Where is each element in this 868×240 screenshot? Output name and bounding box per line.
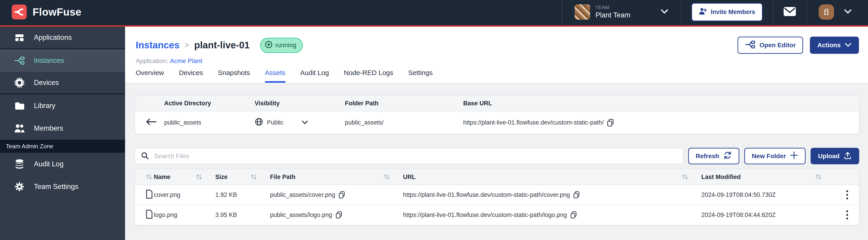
file-row[interactable]: cover.png 1.92 KB public_assets/cover.pn… [135, 185, 859, 205]
page-title: plant-live-01 [194, 40, 250, 50]
brand[interactable]: FlowFuse [12, 4, 82, 20]
sidebar-item-audit-log[interactable]: Audit Log [0, 153, 125, 175]
sidebar-item-devices[interactable]: Devices [0, 72, 125, 95]
plus-icon [790, 151, 798, 161]
sort-icon[interactable] [681, 173, 689, 180]
sort-icon[interactable] [146, 173, 153, 180]
base-url-value: https://plant-live-01.flowfuse.dev/custo… [463, 119, 603, 126]
col-url: URL [403, 174, 416, 180]
sidebar-item-members[interactable]: Members [0, 117, 125, 140]
sidebar-item-instances[interactable]: Instances [0, 49, 125, 72]
tab-audit-log[interactable]: Audit Log [300, 69, 329, 83]
notifications-button[interactable] [773, 0, 806, 25]
sidebar: Applications Instances Devices Library M… [0, 27, 125, 240]
tab-overview[interactable]: Overview [136, 69, 164, 83]
refresh-label: Refresh [696, 152, 719, 160]
upload-icon [844, 151, 852, 161]
file-path: public_assets/cover.png [270, 192, 335, 198]
file-size: 3.95 KB [215, 211, 270, 218]
application-line: Application: Acme Plant [136, 58, 859, 65]
file-row[interactable]: logo.png 3.95 KB public_assets/logo.png … [135, 205, 859, 225]
team-avatar [575, 4, 590, 20]
applications-icon [14, 33, 25, 42]
file-last-modified: 2024-09-19T08:04:50.730Z [701, 192, 815, 198]
invite-members-label: Invite Members [711, 9, 755, 15]
team-name: Plant Team [595, 11, 630, 19]
files-toolbar: Refresh New Folder Upload [134, 148, 859, 164]
file-icon [146, 190, 153, 201]
gear-icon [14, 182, 25, 192]
tab-bar: Overview Devices Snapshots Assets Audit … [136, 69, 859, 83]
copy-icon[interactable] [607, 119, 614, 127]
user-avatar: fl [819, 4, 834, 20]
file-name: logo.png [154, 211, 215, 218]
refresh-button[interactable]: Refresh [688, 148, 739, 164]
team-selector[interactable]: TEAM: Plant Team [562, 0, 681, 25]
people-icon [14, 124, 25, 133]
sidebar-item-applications[interactable]: Applications [0, 27, 125, 49]
file-icon [146, 209, 153, 220]
search-input[interactable] [154, 152, 677, 160]
kebab-menu-icon[interactable] [846, 210, 848, 220]
sidebar-item-library[interactable]: Library [0, 95, 125, 117]
directory-panel: Active Directory Visibility Folder Path … [134, 95, 859, 134]
new-folder-label: New Folder [752, 152, 786, 160]
copy-icon[interactable] [338, 191, 345, 198]
open-editor-button[interactable]: Open Editor [738, 37, 803, 54]
database-icon [14, 159, 25, 169]
breadcrumb-instances-link[interactable]: Instances [136, 40, 180, 50]
refresh-icon [723, 151, 732, 161]
editor-pipeline-icon [745, 40, 755, 50]
status-badge: running [260, 38, 303, 53]
top-navigation: FlowFuse TEAM: Plant Team Invite Members [0, 0, 868, 27]
breadcrumb-separator: > [185, 40, 189, 50]
back-arrow-icon[interactable] [146, 118, 157, 127]
brand-name: FlowFuse [33, 6, 82, 18]
sort-icon[interactable] [815, 173, 822, 180]
invite-members-button[interactable]: Invite Members [691, 3, 763, 21]
file-size: 1.92 KB [215, 192, 270, 198]
sidebar-item-team-settings[interactable]: Team Settings [0, 175, 125, 198]
folder-path-value: public_assets/ [345, 119, 463, 126]
col-file-path: File Path [270, 174, 296, 180]
upload-button[interactable]: Upload [811, 148, 859, 164]
new-folder-button[interactable]: New Folder [744, 148, 806, 164]
col-visibility: Visibility [255, 100, 345, 107]
application-link[interactable]: Acme Plant [170, 58, 202, 64]
application-label: Application: [136, 58, 168, 64]
kebab-menu-icon[interactable] [846, 190, 848, 200]
file-url: https://plant-live-01.flowfuse.dev/custo… [403, 192, 570, 198]
tab-settings[interactable]: Settings [408, 69, 433, 83]
col-size: Size [215, 174, 227, 180]
sort-icon[interactable] [250, 173, 257, 180]
files-panel: Name Size File Path URL Last Modified [134, 169, 859, 225]
search-icon [141, 151, 149, 161]
tab-node-red-logs[interactable]: Node-RED Logs [344, 69, 393, 83]
actions-button[interactable]: Actions [810, 37, 859, 54]
chevron-down-icon [844, 9, 852, 15]
chevron-down-icon [845, 42, 851, 49]
chip-icon [14, 78, 25, 88]
tab-devices[interactable]: Devices [179, 69, 203, 83]
copy-icon[interactable] [335, 211, 342, 218]
tab-snapshots[interactable]: Snapshots [218, 69, 250, 83]
copy-icon[interactable] [573, 191, 580, 198]
sort-icon[interactable] [195, 173, 203, 180]
globe-icon [255, 117, 263, 128]
tab-assets[interactable]: Assets [265, 69, 285, 83]
user-plus-icon [699, 7, 707, 17]
upload-label: Upload [818, 152, 839, 160]
visibility-dropdown[interactable]: Public [255, 117, 308, 128]
directory-row: public_assets Public public_assets [135, 111, 859, 134]
folder-icon [14, 101, 25, 110]
file-path: public_assets/logo.png [270, 211, 332, 218]
sidebar-item-label: Library [34, 102, 55, 110]
play-circle-icon [265, 41, 273, 50]
col-last-modified: Last Modified [701, 174, 741, 180]
visibility-value: Public [267, 119, 284, 126]
sidebar-item-label: Audit Log [34, 160, 64, 168]
user-menu[interactable]: fl [807, 0, 860, 25]
col-base-url: Base URL [463, 100, 859, 107]
copy-icon[interactable] [570, 211, 577, 218]
sort-icon[interactable] [383, 173, 390, 180]
